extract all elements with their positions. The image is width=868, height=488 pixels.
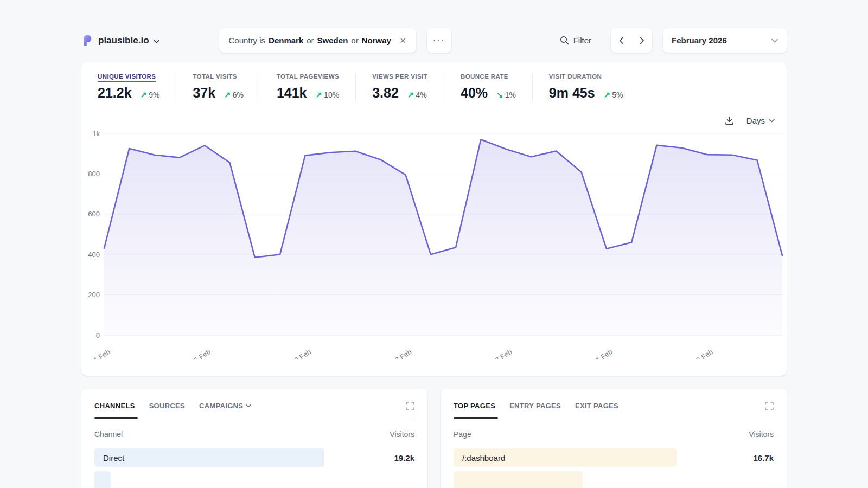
trend-up-icon: ↗ — [407, 90, 414, 99]
stat-views-per-visit[interactable]: VIEWS PER VISIT 3.82 ↗4% — [372, 73, 444, 101]
channel-visitors: 19.2k — [394, 453, 414, 463]
tab-channels[interactable]: CHANNELS — [94, 402, 135, 410]
date-range-label: February 2026 — [672, 36, 727, 45]
interval-label: Days — [746, 116, 765, 125]
pages-card: TOP PAGES ENTRY PAGES EXIT PAGES Page Vi… — [441, 389, 787, 488]
stat-label: BOUNCE RATE — [461, 73, 516, 80]
column-header-visitors: Visitors — [390, 430, 414, 439]
download-export-button[interactable] — [724, 115, 735, 126]
filter-country-3: Norway — [362, 36, 391, 45]
page-row-partial[interactable] — [454, 471, 774, 488]
chevron-down-icon — [246, 404, 251, 408]
column-header-visitors: Visitors — [749, 430, 774, 439]
trend-down-icon: ↘ — [496, 90, 503, 99]
stat-change: 6% — [233, 91, 244, 99]
svg-text:25 Feb: 25 Feb — [692, 348, 714, 359]
tab-entry-pages[interactable]: ENTRY PAGES — [509, 402, 561, 410]
stat-value: 3.82 — [372, 85, 399, 101]
page-row-dashboard[interactable]: /:dashboard 16.7k — [454, 448, 774, 467]
tab-top-pages[interactable]: TOP PAGES — [454, 402, 495, 410]
chevron-down-icon — [771, 38, 778, 43]
svg-text:17 Feb: 17 Feb — [490, 348, 513, 359]
svg-text:1k: 1k — [92, 130, 100, 138]
tab-exit-pages[interactable]: EXIT PAGES — [575, 402, 618, 410]
svg-text:1 Feb: 1 Feb — [92, 348, 112, 359]
stat-value: 40% — [461, 85, 488, 101]
filter-country-2: Sweden — [317, 36, 348, 45]
top-bar: plausible.io Country is Denmark or Swede… — [81, 28, 787, 53]
stat-label: VISIT DURATION — [549, 73, 623, 80]
filter-button[interactable]: Filter — [560, 36, 591, 45]
stat-change: 4% — [416, 91, 426, 99]
stat-label: TOTAL PAGEVIEWS — [277, 73, 339, 80]
stats-row: UNIQUE VISITORS 21.2k ↗9% TOTAL VISITS 3… — [81, 62, 787, 101]
filter-pill-prefix: Country is — [229, 36, 266, 45]
stat-label: TOTAL VISITS — [193, 73, 244, 80]
date-range-picker[interactable]: February 2026 — [663, 28, 787, 53]
stat-bounce-rate[interactable]: BOUNCE RATE 40% ↘1% — [461, 73, 533, 101]
interval-dropdown[interactable]: Days — [746, 116, 775, 125]
svg-text:9 Feb: 9 Feb — [293, 348, 312, 359]
channel-name: Direct — [94, 453, 124, 463]
date-nav — [611, 28, 652, 53]
more-options-button[interactable]: ··· — [427, 28, 451, 53]
filter-pill-or: or — [351, 36, 358, 45]
stat-change: 5% — [612, 91, 623, 99]
svg-text:0: 0 — [96, 331, 100, 339]
stat-value: 141k — [277, 85, 307, 101]
column-header-name: Channel — [94, 430, 123, 439]
stat-visit-duration[interactable]: VISIT DURATION 9m 45s ↗5% — [549, 73, 640, 101]
stat-label: VIEWS PER VISIT — [372, 73, 427, 80]
svg-text:21 Feb: 21 Feb — [591, 348, 614, 359]
plausible-logo-icon — [81, 34, 94, 47]
stat-value: 21.2k — [98, 85, 132, 101]
filter-country-1: Denmark — [269, 36, 303, 45]
expand-details-icon[interactable] — [406, 402, 414, 413]
stat-value: 37k — [193, 85, 215, 101]
stat-label: UNIQUE VISITORS — [98, 73, 159, 80]
chevron-down-icon — [154, 36, 159, 46]
stat-change: 1% — [505, 91, 516, 99]
visitors-chart: 02004006008001k1 Feb5 Feb9 Feb13 Feb17 F… — [81, 126, 787, 359]
stat-total-visits[interactable]: TOTAL VISITS 37k ↗6% — [193, 73, 260, 101]
search-icon — [560, 36, 569, 45]
expand-details-icon[interactable] — [765, 402, 774, 413]
stat-change: 10% — [324, 91, 339, 99]
trend-up-icon: ↗ — [141, 90, 148, 99]
prev-period-button[interactable] — [611, 28, 631, 53]
active-filter-pill[interactable]: Country is Denmark or Sweden or Norway ✕ — [219, 28, 416, 53]
svg-text:13 Feb: 13 Feb — [390, 348, 413, 359]
svg-text:800: 800 — [88, 170, 100, 178]
stat-total-pageviews[interactable]: TOTAL PAGEVIEWS 141k ↗10% — [277, 73, 356, 101]
svg-text:5 Feb: 5 Feb — [193, 348, 212, 359]
site-name: plausible.io — [98, 35, 149, 46]
filter-button-label: Filter — [573, 36, 591, 45]
trend-up-icon: ↗ — [316, 90, 323, 99]
channel-row-direct[interactable]: Direct 19.2k — [94, 448, 414, 467]
row-bar — [454, 471, 583, 488]
tab-campaigns[interactable]: CAMPAIGNS — [199, 402, 251, 410]
tab-sources[interactable]: SOURCES — [149, 402, 185, 410]
row-bar — [94, 448, 324, 467]
trend-up-icon: ↗ — [604, 90, 611, 99]
page-name: /:dashboard — [454, 453, 505, 463]
svg-text:400: 400 — [88, 251, 100, 259]
page-visitors: 16.7k — [753, 453, 774, 463]
filter-pill-or: or — [307, 36, 314, 45]
chevron-down-icon — [769, 119, 775, 123]
next-period-button[interactable] — [631, 28, 652, 53]
svg-text:600: 600 — [88, 210, 100, 218]
remove-filter-icon[interactable]: ✕ — [400, 36, 406, 45]
row-bar — [94, 471, 111, 488]
site-switcher[interactable]: plausible.io — [81, 34, 159, 47]
channels-card: CHANNELS SOURCES CAMPAIGNS Channel Visit… — [81, 389, 427, 488]
svg-text:200: 200 — [88, 291, 100, 299]
stat-change: 9% — [149, 91, 159, 99]
column-header-name: Page — [454, 430, 471, 439]
analytics-card: UNIQUE VISITORS 21.2k ↗9% TOTAL VISITS 3… — [81, 62, 787, 376]
stat-unique-visitors[interactable]: UNIQUE VISITORS 21.2k ↗9% — [98, 73, 176, 101]
trend-up-icon: ↗ — [224, 90, 231, 99]
channel-row-partial[interactable] — [94, 471, 414, 488]
tab-campaigns-label: CAMPAIGNS — [199, 402, 243, 410]
stat-value: 9m 45s — [549, 85, 595, 101]
